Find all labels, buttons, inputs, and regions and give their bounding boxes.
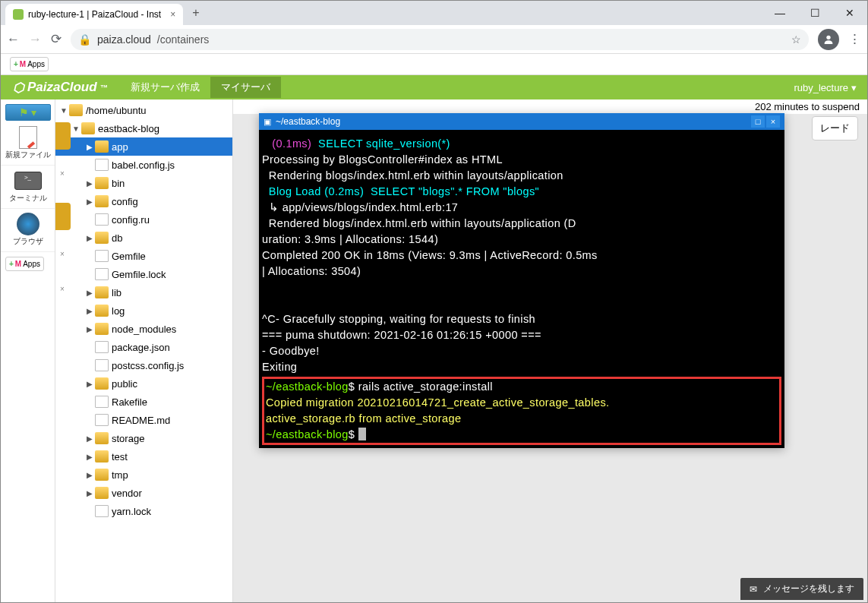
tree-item-label: Rakefile	[112, 396, 147, 408]
side-tab-3-close[interactable]: ×	[57, 285, 68, 295]
side-tab-2-close[interactable]: ×	[57, 250, 68, 260]
window-minimize-button[interactable]: —	[762, 1, 797, 25]
tab-title: ruby-lecture-1 | PaizaCloud - Inst	[28, 9, 161, 20]
suspend-message: 202 minutes to suspend	[233, 99, 867, 114]
file-icon	[95, 159, 109, 171]
file-icon	[95, 268, 109, 280]
tree-item-label: lib	[112, 287, 122, 298]
caret-down-icon: ▾	[851, 82, 857, 93]
tree-item-lib[interactable]: ▶lib	[55, 283, 232, 302]
back-button[interactable]: ←	[7, 32, 20, 47]
file-icon	[95, 341, 109, 353]
terminal-line: ~/eastback-blog$ rails active_storage:in…	[266, 379, 778, 395]
tree-item-config[interactable]: ▶config	[55, 192, 232, 210]
tree-item-eastback-blog[interactable]: ▼eastback-blog	[55, 119, 232, 137]
new-file-button[interactable]: 新規ファイル	[1, 122, 55, 166]
tree-item-bin[interactable]: ▶bin	[55, 174, 232, 192]
side-tab-1[interactable]	[55, 122, 71, 150]
new-server-button[interactable]: 新規サーバ作成	[120, 77, 210, 98]
side-tab-2[interactable]	[55, 203, 71, 230]
tab-favicon	[13, 9, 24, 20]
tree-item-test[interactable]: ▶test	[55, 447, 232, 466]
url-host: paiza.cloud	[97, 33, 151, 46]
arrow-right-icon: ▶	[84, 179, 95, 188]
arrow-right-icon: ▶	[84, 471, 95, 479]
terminal-button[interactable]: ターミナル	[1, 166, 55, 209]
terminal-body[interactable]: (0.1ms) SELECT sqlite_version(*)Processi…	[259, 130, 784, 448]
arrow-right-icon: ▶	[84, 143, 95, 151]
tree-item-label: config	[112, 196, 138, 207]
profile-avatar[interactable]	[818, 29, 839, 50]
tree-item-db[interactable]: ▶db	[55, 229, 232, 247]
paizacloud-logo[interactable]: ⬡ PaizaCloud™	[1, 80, 120, 96]
tree-root[interactable]: ▼ /home/ubuntu	[55, 101, 232, 119]
tree-item-config-ru[interactable]: config.ru	[55, 210, 232, 229]
file-icon	[95, 505, 109, 517]
tree-item-label: tmp	[112, 469, 128, 481]
tree-item-storage[interactable]: ▶storage	[55, 429, 232, 447]
url-path: /containers	[157, 33, 209, 46]
m-icon: M	[20, 60, 26, 68]
folder-icon	[95, 377, 109, 390]
tree-item-rakefile[interactable]: Rakefile	[55, 393, 232, 411]
tree-item-package-json[interactable]: package.json	[55, 338, 232, 356]
arrow-right-icon: ▶	[84, 307, 95, 315]
file-icon	[95, 213, 109, 226]
tree-item-label: public	[112, 378, 137, 390]
new-tab-button[interactable]: +	[192, 6, 199, 20]
user-menu[interactable]: ruby_lecture ▾	[783, 82, 867, 93]
paizacloud-header: ⬡ PaizaCloud™ 新規サーバ作成 マイサーバ ruby_lecture…	[1, 75, 867, 99]
apps-bookmark[interactable]: + M Apps	[10, 57, 49, 71]
terminal-maximize-button[interactable]: □	[751, 115, 765, 128]
message-bar[interactable]: ✉ メッセージを残します	[740, 578, 863, 600]
tree-item-readme-md[interactable]: README.md	[55, 411, 232, 429]
lock-icon: 🔒	[78, 33, 91, 46]
terminal-close-button[interactable]: ×	[766, 115, 780, 128]
window-close-button[interactable]: ✕	[832, 1, 867, 25]
side-tab-1-close[interactable]: ×	[57, 169, 68, 180]
chrome-menu-button[interactable]: ⋮	[848, 31, 861, 47]
arrow-right-icon: ▶	[84, 380, 95, 388]
tree-item-gemfile[interactable]: Gemfile	[55, 247, 232, 265]
file-icon	[95, 359, 109, 371]
forward-button[interactable]: →	[29, 32, 42, 47]
tree-item-label: yarn.lock	[112, 506, 151, 517]
bookmark-star-icon[interactable]: ☆	[791, 33, 801, 46]
browser-button[interactable]: ブラウザ	[1, 209, 55, 252]
reload-button[interactable]: ⟳	[51, 31, 62, 47]
my-server-button[interactable]: マイサーバ	[210, 77, 281, 98]
upgrade-button[interactable]: レード	[812, 116, 858, 140]
tree-item-babel-config-js[interactable]: babel.config.js	[55, 156, 232, 174]
tree-item-public[interactable]: ▶public	[55, 374, 232, 393]
tree-item-log[interactable]: ▶log	[55, 302, 232, 320]
address-bar[interactable]: 🔒 paiza.cloud/containers ☆	[71, 29, 809, 50]
tree-item-node-modules[interactable]: ▶node_modules	[55, 320, 232, 338]
tree-item-yarn-lock[interactable]: yarn.lock	[55, 502, 232, 520]
tree-item-postcss-config-js[interactable]: postcss.config.js	[55, 356, 232, 374]
tree-item-label: db	[112, 232, 122, 244]
plus-icon: +	[14, 60, 18, 68]
tree-item-app[interactable]: ▶app	[55, 137, 232, 156]
terminal-title-icon: ▣	[264, 117, 271, 127]
content-area: 202 minutes to suspend レード ▣ ~/eastback-…	[233, 99, 867, 602]
bookmark-bar: + M Apps	[1, 54, 867, 75]
arrow-right-icon: ▶	[84, 489, 95, 497]
flag-button[interactable]: ⚑ ▾	[5, 104, 51, 121]
m-icon: M	[15, 260, 21, 268]
file-tree: ▼ /home/ubuntu ▼eastback-blog▶appbabel.c…	[55, 99, 233, 602]
tree-item-gemfile-lock[interactable]: Gemfile.lock	[55, 265, 232, 283]
tree-item-label: log	[112, 305, 125, 317]
tree-item-tmp[interactable]: ▶tmp	[55, 466, 232, 484]
tab-close-icon[interactable]: ×	[170, 9, 175, 20]
terminal-line: Exiting	[262, 359, 781, 375]
tree-item-vendor[interactable]: ▶vendor	[55, 484, 232, 502]
terminal-line: Completed 200 OK in 18ms (Views: 9.3ms |…	[262, 248, 781, 264]
tree-item-label: config.ru	[112, 214, 150, 226]
browser-tab[interactable]: ruby-lecture-1 | PaizaCloud - Inst ×	[5, 4, 183, 25]
tree-item-label: test	[112, 451, 128, 463]
folder-icon	[81, 122, 95, 134]
window-maximize-button[interactable]: ☐	[797, 1, 832, 25]
terminal-titlebar[interactable]: ▣ ~/eastback-blog □ ×	[259, 113, 784, 130]
apps-button[interactable]: + M Apps	[5, 257, 44, 271]
svg-point-0	[826, 35, 830, 39]
